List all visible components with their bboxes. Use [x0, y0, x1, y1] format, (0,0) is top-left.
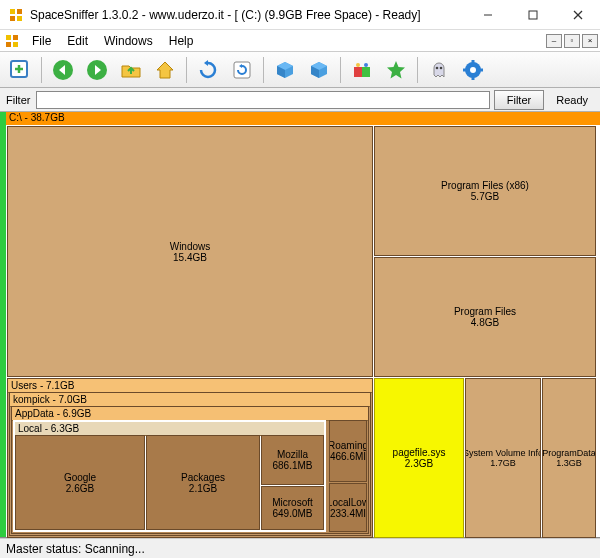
- close-button[interactable]: [555, 0, 600, 30]
- svg-rect-2: [10, 16, 15, 21]
- block-label: Mozilla686.1MB: [272, 449, 312, 471]
- menu-file[interactable]: File: [24, 32, 59, 50]
- forward-button[interactable]: [81, 54, 113, 86]
- block-kompick[interactable]: kompick - 7.0GB AppData - 6.9GB Local - …: [9, 392, 371, 536]
- toolbar-separator: [41, 57, 42, 83]
- cube-1-button[interactable]: [269, 54, 301, 86]
- block-label: ProgramData1.3GB: [542, 448, 596, 468]
- block-google[interactable]: Google2.6GB: [15, 435, 145, 530]
- block-roaming[interactable]: Roaming466.6MI: [329, 420, 367, 482]
- title-bar: SpaceSniffer 1.3.0.2 - www.uderzo.it - […: [0, 0, 600, 30]
- block-label: pagefile.sys2.3GB: [393, 447, 446, 469]
- svg-point-25: [470, 67, 476, 73]
- local-header: Local - 6.3GB: [15, 422, 324, 436]
- star-button[interactable]: [380, 54, 412, 86]
- appdata-header: AppData - 6.9GB: [12, 407, 368, 421]
- menu-help[interactable]: Help: [161, 32, 202, 50]
- block-label: Windows15.4GB: [170, 241, 211, 263]
- gear-button[interactable]: [457, 54, 489, 86]
- mdi-close[interactable]: ×: [582, 34, 598, 48]
- filter-bar: Filter Filter Ready: [0, 88, 600, 112]
- block-mozilla[interactable]: Mozilla686.1MB: [261, 435, 324, 485]
- svg-point-20: [356, 63, 360, 67]
- refresh-button[interactable]: [192, 54, 224, 86]
- home-button[interactable]: [149, 54, 181, 86]
- block-microsoft[interactable]: Microsoft649.0MB: [261, 486, 324, 530]
- block-label: Roaming466.6MI: [329, 440, 367, 462]
- minimize-button[interactable]: [465, 0, 510, 30]
- mdi-restore[interactable]: ▫: [564, 34, 580, 48]
- menu-bar: File Edit Windows Help – ▫ ×: [0, 30, 600, 52]
- block-program-files-x86[interactable]: Program Files (x86)5.7GB: [374, 126, 596, 256]
- mdi-minimize[interactable]: –: [546, 34, 562, 48]
- kompick-header: kompick - 7.0GB: [10, 393, 370, 407]
- block-local[interactable]: Local - 6.3GB Google2.6GB Packages2.1GB …: [13, 420, 326, 532]
- block-program-files[interactable]: Program Files4.8GB: [374, 257, 596, 377]
- svg-point-22: [436, 66, 439, 69]
- svg-rect-10: [6, 42, 11, 47]
- ghost-button[interactable]: [423, 54, 455, 86]
- app-icon: [8, 7, 24, 23]
- filter-button[interactable]: Filter: [494, 90, 544, 110]
- folder-up-button[interactable]: [115, 54, 147, 86]
- svg-rect-1: [17, 9, 22, 14]
- filter-input[interactable]: [36, 91, 489, 109]
- back-button[interactable]: [47, 54, 79, 86]
- block-users[interactable]: Users - 7.1GB kompick - 7.0GB AppData - …: [7, 378, 373, 538]
- block-programdata[interactable]: ProgramData1.3GB: [542, 378, 596, 538]
- app-icon-small: [4, 33, 20, 49]
- block-label: LocalLow233.4MI: [329, 497, 367, 519]
- free-space-stripe[interactable]: [0, 112, 6, 537]
- toolbar-separator: [340, 57, 341, 83]
- block-label: Packages2.1GB: [181, 472, 225, 494]
- svg-rect-3: [17, 16, 22, 21]
- block-label: Program Files4.8GB: [454, 306, 516, 328]
- block-label: Program Files (x86)5.7GB: [441, 180, 529, 202]
- block-appdata[interactable]: AppData - 6.9GB Local - 6.3GB Google2.6G…: [11, 406, 369, 534]
- block-windows[interactable]: Windows15.4GB: [7, 126, 373, 377]
- svg-rect-9: [13, 35, 18, 40]
- svg-rect-18: [354, 67, 362, 77]
- block-label: Google2.6GB: [64, 472, 96, 494]
- menu-edit[interactable]: Edit: [59, 32, 96, 50]
- status-text: Master status: Scanning...: [6, 542, 145, 556]
- filter-status: Ready: [548, 94, 596, 106]
- svg-rect-19: [362, 67, 370, 77]
- lego-button[interactable]: [346, 54, 378, 86]
- toolbar: [0, 52, 600, 88]
- block-label: Microsoft649.0MB: [272, 497, 313, 519]
- svg-rect-0: [10, 9, 15, 14]
- svg-rect-11: [13, 42, 18, 47]
- block-svi[interactable]: System Volume Info1.7GB: [465, 378, 541, 538]
- cube-2-button[interactable]: [303, 54, 335, 86]
- mdi-controls: – ▫ ×: [546, 34, 598, 48]
- maximize-button[interactable]: [510, 0, 555, 30]
- toolbar-separator: [186, 57, 187, 83]
- block-pagefile[interactable]: pagefile.sys2.3GB: [374, 378, 464, 538]
- toolbar-separator: [263, 57, 264, 83]
- treemap[interactable]: C:\ - 38.7GB Windows15.4GB Program Files…: [0, 112, 600, 538]
- svg-rect-8: [6, 35, 11, 40]
- users-header: Users - 7.1GB: [8, 379, 372, 393]
- refresh-partial-button[interactable]: [226, 54, 258, 86]
- svg-point-23: [440, 66, 443, 69]
- new-scan-button[interactable]: [4, 54, 36, 86]
- block-locallow[interactable]: LocalLow233.4MI: [329, 483, 367, 532]
- block-packages[interactable]: Packages2.1GB: [146, 435, 260, 530]
- menu-windows[interactable]: Windows: [96, 32, 161, 50]
- block-label: System Volume Info1.7GB: [465, 448, 541, 468]
- window-title: SpaceSniffer 1.3.0.2 - www.uderzo.it - […: [30, 8, 465, 22]
- toolbar-separator: [417, 57, 418, 83]
- filter-label: Filter: [4, 94, 32, 106]
- status-bar: Master status: Scanning...: [0, 538, 600, 558]
- svg-point-21: [364, 63, 368, 67]
- root-header[interactable]: C:\ - 38.7GB: [6, 112, 600, 125]
- svg-rect-5: [529, 11, 537, 19]
